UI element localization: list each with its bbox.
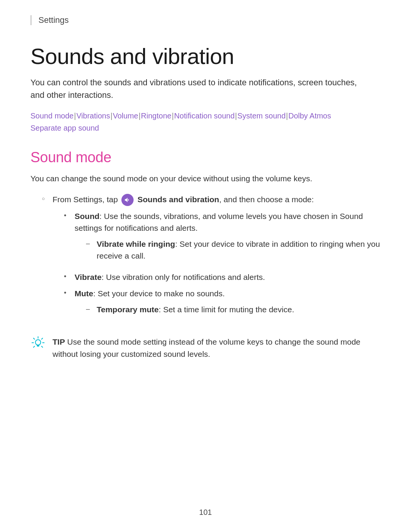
nav-link-system-sound[interactable]: System sound	[237, 112, 286, 120]
header-section: Settings	[30, 15, 381, 25]
bullet-circle: ○	[42, 193, 53, 203]
modes-list: • Sound: Use the sounds, vibrations, and…	[64, 210, 381, 320]
mode-mute-separator: :	[93, 289, 98, 298]
nav-links: Sound mode|Vibrations|Volume|Ringtone|No…	[30, 110, 381, 134]
bullet-dot: •	[64, 271, 75, 282]
temp-mute-separator: :	[159, 305, 163, 314]
nav-link-notification-sound[interactable]: Notification sound	[174, 112, 235, 120]
nav-link-vibrations[interactable]: Vibrations	[76, 112, 110, 120]
svg-line-1	[41, 338, 43, 339]
temp-mute-name: Temporary mute	[97, 305, 159, 314]
bullet-dot: •	[64, 288, 75, 298]
tip-lightbulb-icon	[30, 335, 46, 353]
nav-link-dolby-atmos[interactable]: Dolby Atmos	[288, 112, 331, 120]
sounds-vibration-icon	[121, 194, 134, 206]
list-item: • Sound: Use the sounds, vibrations, and…	[64, 210, 381, 267]
mode-sound-desc: Use the sounds, vibrations, and volume l…	[75, 212, 363, 233]
nav-link-ringtone[interactable]: Ringtone	[141, 112, 171, 120]
nav-link-sound-mode[interactable]: Sound mode	[30, 112, 73, 120]
mode-mute-desc: Set your device to make no sounds.	[98, 289, 225, 298]
sub-mode-separator: :	[175, 240, 180, 248]
sub-mode-content: Vibrate while ringing: Set your device t…	[97, 238, 381, 262]
svg-line-3	[41, 346, 43, 347]
page-title: Sounds and vibration	[30, 44, 381, 69]
step-suffix: , and then choose a mode:	[219, 195, 314, 204]
step-list: ○ From Settings, tap Sounds and vibratio…	[42, 193, 381, 324]
mode-vibrate-content: Vibrate: Use vibration only for notifica…	[75, 271, 265, 283]
step-item: ○ From Settings, tap Sounds and vibratio…	[42, 193, 381, 324]
mode-vibrate-name: Vibrate	[75, 273, 102, 281]
mode-mute-content: Mute: Set your device to make no sounds.…	[75, 288, 294, 320]
tip-text: TIP Use the sound mode setting instead o…	[53, 336, 381, 360]
dash-bullet: –	[86, 238, 97, 249]
mode-vibrate-desc: Use vibration only for notifications and…	[106, 273, 265, 281]
svg-rect-9	[37, 346, 39, 347]
step-prefix: From Settings, tap	[53, 195, 118, 204]
svg-line-6	[33, 346, 35, 347]
svg-point-7	[35, 340, 41, 345]
tip-body: Use the sound mode setting instead of th…	[53, 337, 360, 358]
dash-bullet: –	[86, 304, 97, 314]
bullet-dot: •	[64, 210, 75, 221]
page-description: You can control the sounds and vibration…	[30, 76, 358, 101]
nav-link-separate-app-sound[interactable]: Separate app sound	[30, 124, 99, 132]
list-item: – Temporary mute: Set a time limit for m…	[86, 304, 294, 316]
temp-mute-desc: Set a time limit for muting the device.	[163, 305, 294, 314]
section-intro: You can change the sound mode on your de…	[30, 173, 381, 185]
list-item: – Vibrate while ringing: Set your device…	[86, 238, 381, 262]
tip-label: TIP	[53, 337, 65, 346]
step-content: From Settings, tap Sounds and vibration,…	[53, 193, 381, 324]
tip-section: TIP Use the sound mode setting instead o…	[30, 336, 381, 360]
mode-sound-content: Sound: Use the sounds, vibrations, and v…	[75, 210, 381, 267]
temp-mute-content: Temporary mute: Set a time limit for mut…	[97, 304, 294, 316]
mode-sound-separator: :	[99, 212, 104, 220]
page-number: 101	[199, 508, 212, 517]
mode-vibrate-separator: :	[102, 273, 106, 281]
sub-mode-name: Vibrate while ringing	[97, 240, 175, 248]
step-app-name: Sounds and vibration	[137, 195, 219, 204]
mode-mute-name: Mute	[75, 289, 93, 298]
list-item: • Vibrate: Use vibration only for notifi…	[64, 271, 381, 283]
sub-mode-list-mute: – Temporary mute: Set a time limit for m…	[86, 304, 294, 316]
sub-mode-list: – Vibrate while ringing: Set your device…	[86, 238, 381, 262]
svg-rect-8	[37, 345, 40, 346]
section-title: Sound mode	[30, 149, 381, 166]
nav-link-volume[interactable]: Volume	[113, 112, 138, 120]
header-label: Settings	[38, 15, 69, 25]
mode-sound-name: Sound	[75, 212, 99, 220]
svg-line-4	[33, 338, 35, 339]
list-item: • Mute: Set your device to make no sound…	[64, 288, 381, 320]
